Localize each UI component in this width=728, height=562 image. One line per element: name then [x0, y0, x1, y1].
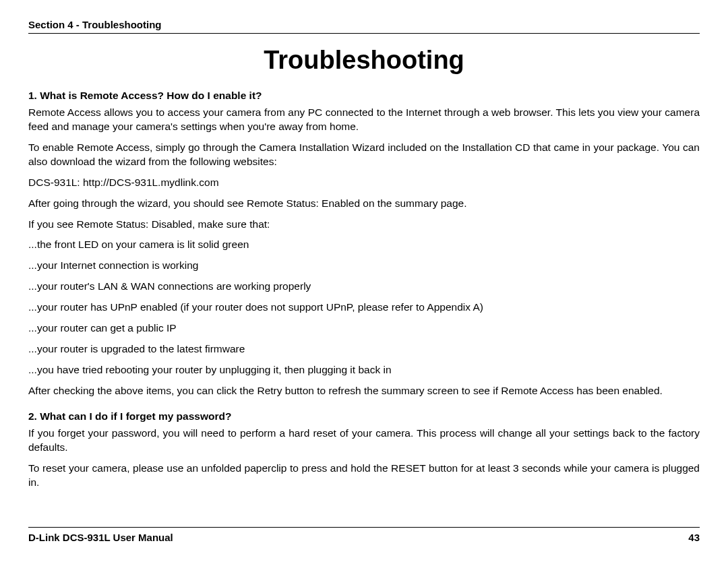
section-header: Section 4 - Troubleshooting: [28, 19, 700, 34]
checklist-item: ...the front LED on your camera is lit s…: [28, 238, 700, 252]
body-text: If you see Remote Status: Disabled, make…: [28, 218, 700, 232]
body-text: After going through the wizard, you shou…: [28, 197, 700, 211]
body-text: To enable Remote Access, simply go throu…: [28, 141, 700, 169]
checklist-item: ...your router's LAN & WAN connections a…: [28, 280, 700, 294]
question-1-heading: 1. What is Remote Access? How do I enabl…: [28, 90, 700, 102]
checklist-item: ...your router can get a public IP: [28, 321, 700, 336]
question-2-heading: 2. What can I do if I forget my password…: [28, 410, 700, 423]
body-text: If you forget your password, you will ne…: [28, 427, 700, 455]
page-title: Troubleshooting: [28, 46, 700, 75]
footer-manual-title: D-Link DCS-931L User Manual: [28, 532, 173, 543]
checklist-item: ...your Internet connection is working: [28, 259, 700, 273]
checklist-item: ...you have tried rebooting your router …: [28, 363, 700, 377]
body-text: To reset your camera, please use an unfo…: [28, 462, 700, 490]
body-text: After checking the above items, you can …: [28, 384, 700, 398]
footer-page-number: 43: [688, 532, 700, 543]
body-text: DCS-931L: http://DCS-931L.mydlink.com: [28, 176, 700, 190]
page-footer: D-Link DCS-931L User Manual 43: [28, 527, 700, 543]
body-text: Remote Access allows you to access your …: [28, 106, 700, 134]
checklist-item: ...your router has UPnP enabled (if your…: [28, 301, 700, 315]
checklist-item: ...your router is upgraded to the latest…: [28, 342, 700, 356]
